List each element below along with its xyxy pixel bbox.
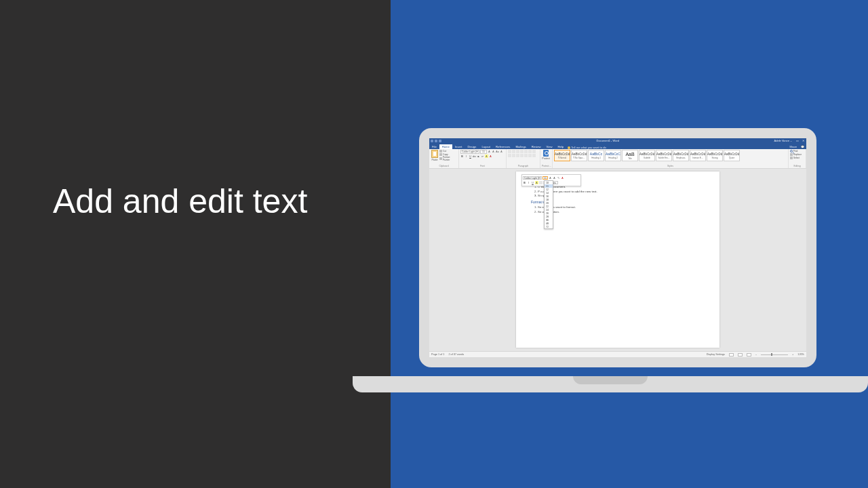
undo-icon[interactable] xyxy=(435,140,437,142)
zoom-level[interactable]: 120% xyxy=(797,353,804,356)
mini-font-name[interactable]: Calibri Light (H xyxy=(523,176,542,180)
mini-format-painter-icon[interactable]: ✎ xyxy=(557,176,560,180)
user-name[interactable]: Adele Vance xyxy=(774,139,789,142)
tab-home[interactable]: Home xyxy=(439,144,452,149)
style-subtitle[interactable]: AaBbCcDdSubtitle xyxy=(639,150,655,161)
bullets-icon[interactable] xyxy=(508,150,511,153)
borders-icon[interactable] xyxy=(532,154,536,157)
paste-button[interactable]: Paste xyxy=(431,150,439,161)
mini-font-color-icon[interactable]: A xyxy=(561,176,564,180)
sort-icon[interactable] xyxy=(528,150,532,153)
add-text-list: O existing document.P cursor where you w… xyxy=(538,185,705,197)
list-item: P cursor where you want to add the new t… xyxy=(538,190,705,193)
tell-me-search[interactable]: Tell me what you want to do xyxy=(568,146,606,149)
increase-indent-icon[interactable] xyxy=(524,150,528,153)
tab-view[interactable]: View xyxy=(544,144,555,149)
save-icon[interactable] xyxy=(431,140,433,142)
find-button[interactable]: Find xyxy=(790,150,797,152)
bold-button[interactable]: B xyxy=(460,155,464,158)
style-heading-2[interactable]: AaBbCcCHeading 2 xyxy=(605,150,621,161)
select-button[interactable]: Select xyxy=(790,157,800,159)
strike-icon[interactable]: abc xyxy=(473,155,476,158)
subscript-icon[interactable]: x₂ xyxy=(477,155,480,158)
shading-icon[interactable] xyxy=(528,154,532,157)
maximize-button[interactable]: ▭ xyxy=(795,139,799,142)
style-subtle-em-[interactable]: AaBbCcDdSubtle Em… xyxy=(656,150,672,161)
numbering-icon[interactable] xyxy=(512,150,515,153)
tab-file[interactable]: File xyxy=(429,144,439,149)
justify-icon[interactable] xyxy=(520,154,524,157)
quick-access-toolbar xyxy=(431,140,441,142)
style-strong[interactable]: AaBbCcDdStrong xyxy=(707,150,723,161)
line-spacing-icon[interactable] xyxy=(524,154,528,157)
mini-shrink-font-icon[interactable]: A xyxy=(553,176,556,180)
status-words[interactable]: 2 of 37 words xyxy=(448,353,464,356)
italic-button[interactable]: I xyxy=(465,155,468,158)
style-intense-e-[interactable]: AaBbCcDdIntense E… xyxy=(690,150,706,161)
copy-button[interactable]: Copy xyxy=(439,153,457,156)
tab-help[interactable]: Help xyxy=(555,144,567,149)
align-center-icon[interactable] xyxy=(512,154,515,157)
change-case-icon[interactable]: Aa xyxy=(496,150,499,154)
pilcrow-icon[interactable] xyxy=(532,150,536,153)
align-right-icon[interactable] xyxy=(516,154,519,157)
tab-review[interactable]: Review xyxy=(529,144,544,149)
tab-design[interactable]: Design xyxy=(465,144,479,149)
style-quote[interactable]: AaBbCcDdQuote xyxy=(724,150,740,161)
style-heading-1[interactable]: AaBbCcHeading 1 xyxy=(588,150,604,161)
ribbon-group-paragraph: Paragraph xyxy=(507,149,540,168)
close-button[interactable]: ✕ xyxy=(802,139,805,142)
font-name-combo[interactable]: Calibri Light (H xyxy=(460,150,479,154)
mini-bullets-icon[interactable] xyxy=(539,181,542,184)
status-page[interactable]: Page 1 of 1 xyxy=(431,353,444,356)
font-size-dropdown[interactable]: 1011121416182022242628364872 xyxy=(544,180,553,229)
print-layout-icon[interactable] xyxy=(738,353,743,357)
slide-title: Add and edit text xyxy=(53,182,307,221)
mini-highlight-icon[interactable]: A xyxy=(535,181,538,184)
tab-mailings[interactable]: Mailings xyxy=(513,144,528,149)
tab-references[interactable]: References xyxy=(493,144,513,149)
align-left-icon[interactable] xyxy=(508,154,511,157)
protect-button[interactable]: Protect xyxy=(542,150,550,160)
zoom-out-button[interactable]: – xyxy=(755,353,757,356)
style-title[interactable]: AaBTitle xyxy=(622,150,638,161)
zoom-slider[interactable] xyxy=(761,354,788,355)
highlight-icon[interactable]: A xyxy=(485,155,488,158)
display-settings[interactable]: Display Settings xyxy=(707,353,725,356)
zoom-in-button[interactable]: + xyxy=(792,353,793,356)
laptop-frame: Document1 - Word Adele Vance – ▭ ✕ FileH… xyxy=(419,128,816,367)
mini-bold[interactable]: B xyxy=(523,181,526,184)
replace-button[interactable]: Replace xyxy=(790,153,802,156)
tab-layout[interactable]: Layout xyxy=(479,144,493,149)
document-area[interactable]: Calibri Light (H 11 A A ✎ A B I U A xyxy=(429,169,806,351)
list-item: Se e text you want to format. xyxy=(538,205,705,209)
font-color-icon[interactable]: A xyxy=(489,155,492,158)
share-button[interactable]: Share xyxy=(787,144,799,149)
font-size-combo[interactable]: 11 xyxy=(480,150,487,154)
clear-format-icon[interactable]: A xyxy=(500,150,503,154)
read-mode-icon[interactable] xyxy=(729,353,734,357)
format-painter-button[interactable]: Format Painter xyxy=(439,156,457,161)
style--normal[interactable]: AaBbCcDd¶ Normal xyxy=(554,150,570,161)
replace-icon xyxy=(790,153,793,156)
mini-underline[interactable]: U xyxy=(531,181,534,184)
shrink-font-icon[interactable]: A xyxy=(492,150,495,154)
minimize-button[interactable]: – xyxy=(789,139,793,142)
cut-button[interactable]: Cut xyxy=(439,150,457,152)
mini-font-size[interactable]: 11 xyxy=(542,176,548,180)
decrease-indent-icon[interactable] xyxy=(520,150,524,153)
style--no-spac-[interactable]: AaBbCcDd¶ No Spac… xyxy=(571,150,587,161)
multilevel-icon[interactable] xyxy=(516,150,519,153)
comments-icon[interactable]: 💬 xyxy=(799,144,806,149)
size-option-72[interactable]: 72 xyxy=(545,225,553,228)
style-emphasis[interactable]: AaBbCcDdEmphasis xyxy=(673,150,689,161)
grow-font-icon[interactable]: A xyxy=(488,150,491,154)
web-layout-icon[interactable] xyxy=(747,353,751,357)
tab-insert[interactable]: Insert xyxy=(452,144,465,149)
brush-icon xyxy=(439,157,442,160)
superscript-icon[interactable]: x² xyxy=(481,155,484,158)
mini-italic[interactable]: I xyxy=(527,181,530,184)
mini-grow-font-icon[interactable]: A xyxy=(549,176,552,180)
underline-button[interactable]: U xyxy=(469,155,472,158)
page[interactable]: Calibri Light (H 11 A A ✎ A B I U A xyxy=(516,171,719,348)
